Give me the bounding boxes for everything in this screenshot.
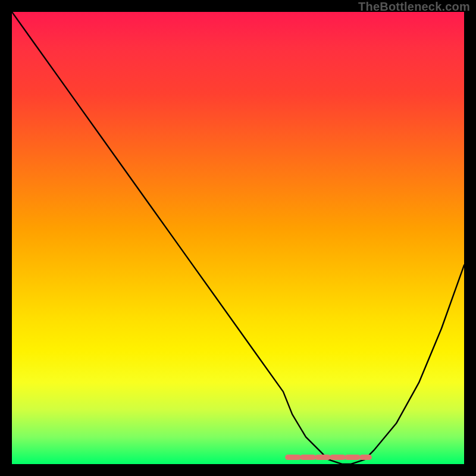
chart-canvas: TheBottleneck.com	[0, 0, 476, 476]
chart-plot-area	[12, 12, 464, 464]
watermark-text: TheBottleneck.com	[358, 0, 470, 14]
